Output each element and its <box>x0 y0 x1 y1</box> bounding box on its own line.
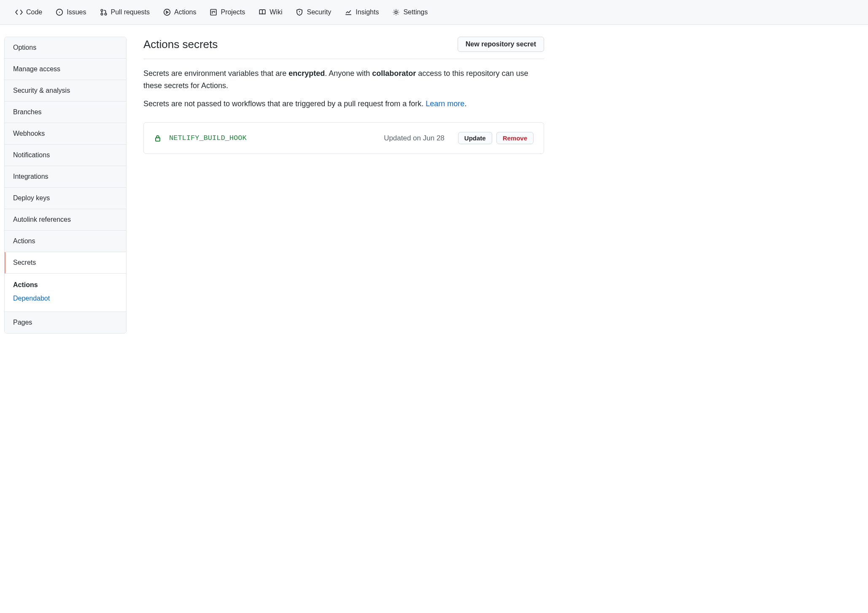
play-icon <box>163 8 171 16</box>
sidebar-item-options[interactable]: Options <box>5 37 126 59</box>
tab-security[interactable]: Security <box>291 5 336 19</box>
text: Secrets are not passed to workflows that… <box>143 99 426 108</box>
tab-projects[interactable]: Projects <box>205 5 250 19</box>
code-icon <box>15 8 23 16</box>
svg-rect-8 <box>156 138 160 141</box>
sidebar-item-branches[interactable]: Branches <box>5 102 126 123</box>
sidebar-item-label: Autolink references <box>13 216 71 223</box>
pr-icon <box>100 8 108 16</box>
project-icon <box>210 8 217 16</box>
gear-icon <box>392 8 400 16</box>
sidebar-item-pages[interactable]: Pages <box>5 312 126 333</box>
sidebar-item-notifications[interactable]: Notifications <box>5 145 126 166</box>
sidebar-item-label: Secrets <box>13 259 36 266</box>
sidebar-item-label: Actions <box>13 237 35 245</box>
sidebar-item-secrets[interactable]: Secrets <box>5 252 126 274</box>
svg-point-7 <box>395 11 398 13</box>
sidebar-item-label: Options <box>13 44 36 51</box>
remove-secret-button[interactable]: Remove <box>496 132 534 144</box>
settings-sidebar: Options Manage access Security & analysi… <box>4 37 127 333</box>
tab-code[interactable]: Code <box>10 5 47 19</box>
sidebar-item-webhooks[interactable]: Webhooks <box>5 123 126 145</box>
sidebar-item-label: Notifications <box>13 151 50 159</box>
book-icon <box>259 8 266 16</box>
sidebar-item-label: Pages <box>13 319 32 326</box>
svg-point-2 <box>101 9 103 11</box>
sidebar-item-deploy-keys[interactable]: Deploy keys <box>5 188 126 209</box>
secret-name-text: NETLIFY_BUILD_HOOK <box>169 134 247 142</box>
sidebar-subgroup-secrets: Actions Dependabot <box>5 274 126 312</box>
secret-row: NETLIFY_BUILD_HOOK Updated on Jun 28 Upd… <box>143 122 544 154</box>
new-repository-secret-button[interactable]: New repository secret <box>458 37 544 52</box>
sidebar-sublink-dependabot[interactable]: Dependabot <box>13 295 118 302</box>
sidebar-item-autolink-references[interactable]: Autolink references <box>5 209 126 231</box>
tab-label: Insights <box>356 8 379 16</box>
tab-issues[interactable]: Issues <box>51 5 91 19</box>
learn-more-link[interactable]: Learn more <box>426 99 464 108</box>
tab-label: Pull requests <box>111 8 150 16</box>
secrets-description-1: Secrets are environment variables that a… <box>143 67 544 92</box>
text-strong: encrypted <box>288 69 325 78</box>
sidebar-item-label: Branches <box>13 108 42 116</box>
tab-settings[interactable]: Settings <box>387 5 433 19</box>
secrets-description-2: Secrets are not passed to workflows that… <box>143 98 544 110</box>
issue-icon <box>56 8 63 16</box>
text: . <box>464 99 466 108</box>
page-title: Actions secrets <box>143 38 218 51</box>
tab-label: Issues <box>67 8 86 16</box>
sidebar-item-security-analysis[interactable]: Security & analysis <box>5 80 126 102</box>
update-secret-button[interactable]: Update <box>458 132 492 144</box>
sidebar-item-label: Deploy keys <box>13 194 50 202</box>
lock-icon <box>154 134 162 142</box>
sidebar-item-label: Integrations <box>13 173 49 180</box>
sidebar-item-label: Webhooks <box>13 130 45 137</box>
sidebar-item-actions[interactable]: Actions <box>5 231 126 252</box>
page-header: Actions secrets New repository secret <box>143 37 544 59</box>
secret-updated: Updated on Jun 28 <box>384 134 445 142</box>
sidebar-item-integrations[interactable]: Integrations <box>5 166 126 188</box>
tab-label: Projects <box>221 8 245 16</box>
tab-label: Code <box>26 8 42 16</box>
secret-name: NETLIFY_BUILD_HOOK <box>154 134 375 142</box>
text: Secrets are environment variables that a… <box>143 69 288 78</box>
tab-insights[interactable]: Insights <box>340 5 384 19</box>
tab-pull-requests[interactable]: Pull requests <box>95 5 155 19</box>
svg-point-5 <box>164 9 170 16</box>
tab-label: Wiki <box>270 8 282 16</box>
sidebar-item-manage-access[interactable]: Manage access <box>5 59 126 80</box>
svg-point-3 <box>101 13 103 15</box>
tab-label: Settings <box>403 8 428 16</box>
sidebar-subgroup-title: Actions <box>13 281 118 289</box>
graph-icon <box>345 8 352 16</box>
repo-topnav: Code Issues Pull requests Actions Projec… <box>0 0 868 25</box>
svg-point-1 <box>59 12 60 13</box>
tab-label: Security <box>307 8 331 16</box>
tab-wiki[interactable]: Wiki <box>253 5 287 19</box>
sidebar-item-label: Manage access <box>13 65 60 73</box>
tab-label: Actions <box>174 8 196 16</box>
sidebar-item-label: Security & analysis <box>13 87 70 94</box>
text-strong: collaborator <box>372 69 416 78</box>
shield-icon <box>296 8 303 16</box>
svg-point-4 <box>105 13 107 15</box>
main-content: Actions secrets New repository secret Se… <box>143 37 544 333</box>
tab-actions[interactable]: Actions <box>158 5 201 19</box>
secret-actions: Update Remove <box>458 132 534 144</box>
text: . Anyone with <box>325 69 372 78</box>
